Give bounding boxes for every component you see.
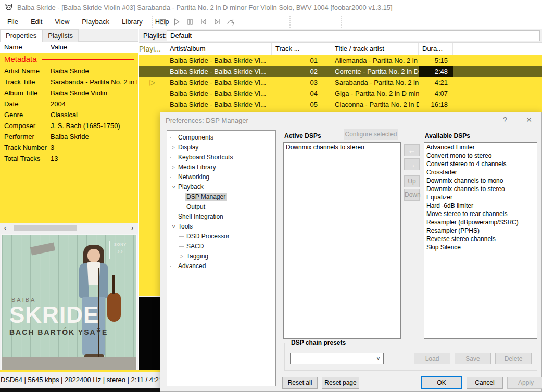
menu-library[interactable]: Library: [116, 15, 149, 29]
cancel-button[interactable]: Cancel: [467, 377, 503, 389]
move-down-button[interactable]: Down: [404, 189, 420, 201]
tree-item-playback[interactable]: >Playback: [167, 182, 275, 192]
chevron-down-icon[interactable]: ˅: [376, 355, 380, 362]
property-row[interactable]: Artist NameBaiba Skride: [0, 66, 138, 77]
available-dsp-item[interactable]: Convert stereo to 4 channels: [424, 160, 537, 168]
tree-item-shell-integration[interactable]: Shell Integration: [167, 212, 275, 222]
available-dsp-item[interactable]: Equalizer: [424, 193, 537, 201]
available-dsp-item[interactable]: Skip Silence: [424, 243, 537, 251]
property-row[interactable]: Date2004: [0, 98, 138, 109]
save-button[interactable]: Save: [455, 353, 491, 364]
delete-button[interactable]: Delete: [495, 353, 532, 364]
next-button[interactable]: [210, 16, 224, 28]
column-header-value[interactable]: Value: [51, 43, 67, 51]
playlist-row[interactable]: Baiba Skride - Baiba Skride Vi...04Giga …: [139, 88, 542, 99]
play-button[interactable]: [170, 16, 183, 28]
available-dsp-item[interactable]: Resampler (PPHS): [424, 226, 537, 235]
tab-properties[interactable]: Properties: [0, 29, 42, 42]
column-header-playing[interactable]: Playi...: [139, 43, 166, 55]
previous-button[interactable]: [197, 16, 210, 28]
ok-button[interactable]: OK: [421, 376, 462, 389]
reset-all-button[interactable]: Reset all: [282, 377, 318, 389]
tree-item-label: Media Library: [177, 163, 218, 171]
property-row[interactable]: PerformerBaiba Skride: [0, 131, 138, 142]
property-row[interactable]: Track Number3: [0, 142, 138, 153]
available-dsps-list[interactable]: Advanced LimiterConvert mono to stereoCo…: [424, 142, 537, 339]
available-dsp-item[interactable]: Convert mono to stereo: [424, 151, 537, 160]
property-row[interactable]: Track TitleSarabanda - Partita No. 2 in …: [0, 77, 138, 87]
available-dsp-item[interactable]: Reverse stereo channels: [424, 235, 537, 243]
stop-button[interactable]: [156, 16, 170, 28]
playlist-row[interactable]: Baiba Skride - Baiba Skride Vi...02Corre…: [139, 66, 542, 77]
scroll-right-icon[interactable]: ›: [128, 224, 136, 232]
metadata-group-label: Metadata: [4, 53, 37, 66]
tree-item-output[interactable]: Output: [167, 202, 275, 212]
column-header-title[interactable]: Title / track artist: [331, 43, 419, 55]
available-dsp-item[interactable]: Move stereo to rear channels: [424, 210, 537, 218]
property-row[interactable]: Total Tracks13: [0, 153, 138, 164]
playlist-selector[interactable]: Default: [167, 30, 540, 41]
available-dsp-item[interactable]: Advanced Limiter: [424, 143, 537, 151]
menu-file[interactable]: File: [1, 15, 24, 29]
properties-hscrollbar[interactable]: ‹ ›: [0, 223, 138, 232]
tree-item-media-library[interactable]: >Media Library: [167, 162, 275, 172]
configure-selected-button[interactable]: Configure selected: [344, 129, 398, 140]
available-dsp-item[interactable]: Hard -6dB limiter: [424, 201, 537, 210]
tree-item-advanced[interactable]: Advanced: [167, 261, 275, 271]
load-button[interactable]: Load: [414, 353, 450, 364]
playlist-row[interactable]: ▷Baiba Skride - Baiba Skride Vi...03Sara…: [139, 77, 542, 88]
random-button[interactable]: [224, 16, 237, 28]
available-dsp-item[interactable]: Downmix channels to stereo: [424, 185, 537, 193]
tree-item-label: Display: [177, 143, 200, 151]
tree-item-dsp-manager[interactable]: DSP Manager: [167, 192, 275, 202]
available-dsp-item[interactable]: Crossfader: [424, 168, 537, 176]
pause-button[interactable]: [183, 16, 197, 28]
tree-connector: [170, 157, 175, 158]
dialog-title-bar[interactable]: Preferences: DSP Manager ? ✕: [160, 112, 541, 128]
playlist-row[interactable]: Baiba Skride - Baiba Skride Vi...01Allem…: [139, 55, 542, 66]
property-row[interactable]: ComposerJ. S. Bach (1685-1750): [0, 120, 138, 131]
menu-edit[interactable]: Edit: [24, 15, 48, 29]
active-dsps-list[interactable]: Downmix channels to stereo: [283, 142, 401, 339]
preset-combobox[interactable]: ˅: [290, 353, 384, 364]
close-icon[interactable]: ✕: [522, 116, 536, 126]
tree-item-dsd-processor[interactable]: DSD Processor: [167, 232, 275, 242]
chevron-right-icon[interactable]: >: [179, 251, 185, 261]
tree-item-networking[interactable]: Networking: [167, 172, 275, 182]
column-header-artist-album[interactable]: Artist/album: [166, 43, 272, 55]
chevron-right-icon[interactable]: >: [170, 162, 177, 172]
reset-page-button[interactable]: Reset page: [322, 377, 359, 389]
tree-item-label: Components: [177, 133, 215, 142]
property-row[interactable]: GenreClassical: [0, 109, 138, 120]
menu-view[interactable]: View: [48, 15, 75, 29]
move-up-button[interactable]: Up: [404, 175, 420, 187]
move-right-button[interactable]: →: [404, 158, 420, 170]
chevron-expanded-icon[interactable]: >: [169, 184, 179, 191]
tree-item-components[interactable]: Components: [167, 133, 275, 143]
tree-item-keyboard-shortcuts[interactable]: Keyboard Shortcuts: [167, 153, 275, 162]
property-name: Artist Name: [4, 66, 40, 77]
apply-button[interactable]: Apply: [507, 377, 542, 389]
active-dsp-item[interactable]: Downmix channels to stereo: [284, 143, 400, 151]
tree-item-sacd[interactable]: SACD: [167, 242, 275, 251]
playlist-row[interactable]: Baiba Skride - Baiba Skride Vi...05Ciaco…: [139, 99, 542, 110]
column-divider[interactable]: [47, 43, 47, 52]
menu-playback[interactable]: Playback: [75, 15, 116, 29]
move-left-button[interactable]: ←: [404, 144, 420, 156]
column-header-name[interactable]: Name: [4, 43, 22, 51]
column-header-track[interactable]: Track ...: [272, 43, 331, 55]
chevron-expanded-icon[interactable]: >: [169, 224, 179, 230]
tree-item-tools[interactable]: >Tools: [167, 222, 275, 232]
tab-playlists[interactable]: Playlists: [42, 29, 79, 42]
available-dsp-item[interactable]: Downmix channels to mono: [424, 176, 537, 185]
property-name: Album Title: [4, 87, 37, 98]
chevron-right-icon[interactable]: >: [170, 143, 177, 153]
property-row[interactable]: Album TitleBaiba Skride Violin: [0, 87, 138, 98]
tree-item-display[interactable]: >Display: [167, 143, 275, 153]
scrollbar-thumb[interactable]: [14, 225, 77, 231]
tree-item-tagging[interactable]: >Tagging: [167, 251, 275, 261]
help-button[interactable]: ?: [498, 116, 512, 126]
column-header-duration[interactable]: Dura...: [419, 43, 453, 55]
scroll-left-icon[interactable]: ‹: [1, 224, 9, 232]
available-dsp-item[interactable]: Resampler (dBpoweramp/SSRC): [424, 218, 537, 226]
